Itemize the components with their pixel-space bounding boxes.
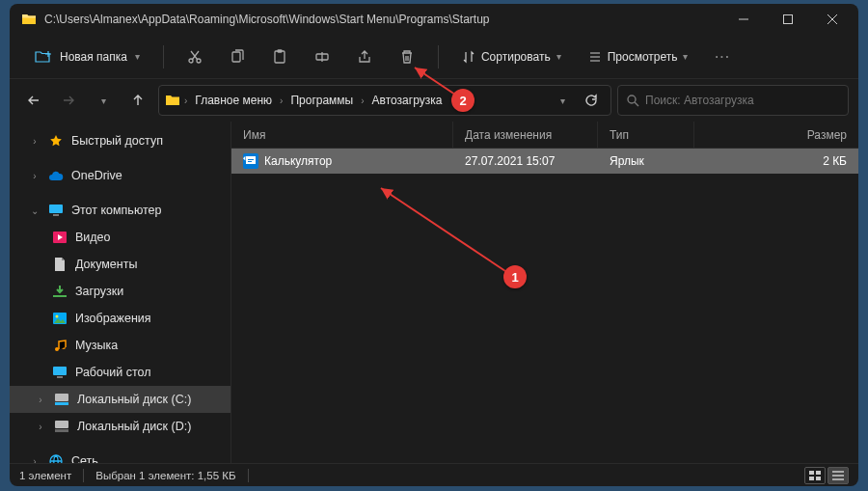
file-name: Калькулятор <box>264 154 332 168</box>
minimize-button[interactable] <box>721 4 766 35</box>
sidebar-item-videos[interactable]: Видео <box>10 224 231 251</box>
sidebar-item-disk-c[interactable]: › Локальный диск (C:) <box>10 386 231 413</box>
svg-point-4 <box>189 59 193 63</box>
svg-rect-24 <box>55 429 68 432</box>
chevron-right-icon: › <box>280 95 283 106</box>
view-button[interactable]: Просмотреть ▾ <box>579 44 698 69</box>
sidebar-item-network[interactable]: › Сеть <box>10 448 231 463</box>
rename-button[interactable] <box>305 41 339 72</box>
sidebar-item-label: Локальный диск (D:) <box>77 420 191 433</box>
sidebar-item-disk-d[interactable]: › Локальный диск (D:) <box>10 413 231 440</box>
svg-rect-23 <box>55 421 68 428</box>
sidebar-item-label: Локальный диск (C:) <box>77 393 191 406</box>
sidebar-item-downloads[interactable]: Загрузки <box>10 278 231 305</box>
sidebar-item-label: Рабочий стол <box>75 366 150 379</box>
sidebar-item-label: Изображения <box>75 312 151 325</box>
chevron-right-icon: › <box>29 171 41 181</box>
svg-rect-22 <box>55 402 68 405</box>
network-icon <box>48 453 64 463</box>
sidebar-item-pictures[interactable]: Изображения <box>10 305 231 332</box>
sort-label: Сортировать <box>481 50 551 64</box>
column-header-name[interactable]: Имя <box>231 122 453 148</box>
titlebar: C:\Users\Almanex\AppData\Roaming\Microso… <box>10 4 858 35</box>
new-folder-button[interactable]: Новая папка ▾ <box>25 43 149 70</box>
svg-rect-6 <box>232 52 240 62</box>
sidebar-item-label: Сеть <box>71 454 98 463</box>
back-button[interactable] <box>19 86 48 115</box>
separator <box>83 469 84 482</box>
svg-rect-7 <box>275 51 285 63</box>
up-button[interactable] <box>123 86 152 115</box>
address-dropdown-button[interactable]: ▾ <box>549 87 576 114</box>
search-input[interactable] <box>645 94 840 107</box>
chevron-down-icon: ▾ <box>556 51 561 62</box>
sidebar-item-quick-access[interactable]: › Быстрый доступ <box>10 127 231 154</box>
chevron-right-icon: › <box>29 136 41 147</box>
maximize-button[interactable] <box>766 4 810 35</box>
breadcrumb[interactable]: Программы <box>286 92 357 109</box>
sidebar-item-label: Видео <box>75 231 111 244</box>
separator <box>438 45 439 68</box>
copy-button[interactable] <box>220 41 255 72</box>
sidebar-item-this-pc[interactable]: ⌄ Этот компьютер <box>10 197 231 224</box>
status-bar: 1 элемент Выбран 1 элемент: 1,55 КБ <box>10 463 858 486</box>
separator <box>248 469 249 482</box>
svg-rect-1 <box>784 15 793 24</box>
sidebar: › Быстрый доступ › OneDrive ⌄ Этот компь… <box>10 122 231 463</box>
search-icon <box>626 94 639 107</box>
sidebar-item-music[interactable]: Музыка <box>10 332 231 359</box>
view-icon <box>588 50 602 64</box>
recent-button[interactable]: ▾ <box>89 86 118 115</box>
shortcut-icon <box>243 153 258 169</box>
chevron-down-icon: ▾ <box>101 95 106 106</box>
file-date: 27.07.2021 15:07 <box>453 154 598 168</box>
refresh-button[interactable] <box>578 87 605 114</box>
star-icon <box>48 133 64 149</box>
svg-rect-20 <box>57 376 63 378</box>
column-header-type[interactable]: Тип <box>598 122 694 148</box>
svg-rect-11 <box>49 205 63 213</box>
disk-icon <box>54 419 69 434</box>
sort-button[interactable]: Сортировать ▾ <box>452 44 571 69</box>
view-thumbnails-button[interactable] <box>804 467 826 484</box>
sidebar-item-label: OneDrive <box>71 169 122 182</box>
chevron-right-icon: › <box>29 456 41 464</box>
sidebar-item-onedrive[interactable]: › OneDrive <box>10 162 231 189</box>
sidebar-item-documents[interactable]: Документы <box>10 251 231 278</box>
svg-point-16 <box>56 315 59 318</box>
share-button[interactable] <box>347 41 382 72</box>
address-bar[interactable]: › Главное меню › Программы › Автозагрузк… <box>158 85 611 116</box>
file-row[interactable]: Калькулятор 27.07.2021 15:07 Ярлык 2 КБ <box>231 149 858 174</box>
svg-rect-21 <box>55 394 68 401</box>
close-button[interactable] <box>810 4 854 35</box>
breadcrumb[interactable]: Главное меню <box>191 92 276 109</box>
document-icon <box>52 257 68 272</box>
svg-rect-12 <box>53 214 59 216</box>
forward-button[interactable] <box>54 86 83 115</box>
cloud-icon <box>48 168 64 183</box>
status-count: 1 элемент <box>19 470 71 481</box>
more-button[interactable]: ··· <box>705 41 740 72</box>
sidebar-item-label: Этот компьютер <box>71 204 161 217</box>
svg-rect-33 <box>816 471 821 475</box>
disk-icon <box>54 392 69 407</box>
column-header-size[interactable]: Размер <box>694 122 858 148</box>
delete-button[interactable] <box>390 41 424 72</box>
separator <box>163 45 164 68</box>
video-icon <box>52 230 68 245</box>
breadcrumb[interactable]: Автозагрузка <box>368 92 447 109</box>
view-details-button[interactable] <box>827 467 849 484</box>
sidebar-item-desktop[interactable]: Рабочий стол <box>10 359 231 386</box>
cut-button[interactable] <box>177 41 212 72</box>
paste-button[interactable] <box>262 41 297 72</box>
desktop-icon <box>52 365 68 380</box>
folder-icon <box>21 12 37 27</box>
chevron-down-icon: ▾ <box>560 95 565 106</box>
chevron-right-icon: › <box>361 95 364 106</box>
chevron-right-icon: › <box>35 422 46 432</box>
music-icon <box>52 338 68 353</box>
chevron-down-icon: ▾ <box>683 51 688 62</box>
search-box[interactable] <box>617 85 849 116</box>
column-header-date[interactable]: Дата изменения <box>453 122 598 148</box>
sidebar-item-label: Документы <box>75 258 137 271</box>
